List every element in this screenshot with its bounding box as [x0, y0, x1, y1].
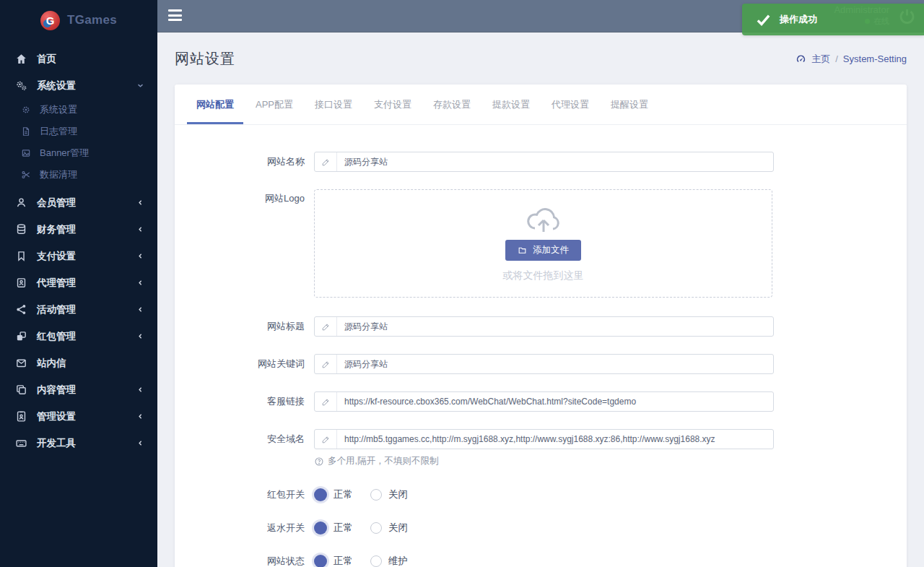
tab-payment-settings[interactable]: 支付设置	[365, 85, 421, 124]
sidebar-item-system-settings-group[interactable]: 系统设置	[0, 72, 157, 99]
sidebar-item-label: 支付设置	[37, 250, 136, 263]
radio-option-closed[interactable]: 关闭	[370, 488, 408, 501]
radio-option-maintenance[interactable]: 维护	[370, 555, 408, 567]
radio-option-closed[interactable]: 关闭	[370, 521, 408, 534]
file-icon	[21, 126, 31, 137]
field-label: 安全域名	[175, 429, 314, 467]
site-name-input[interactable]	[337, 157, 773, 167]
chevron-left-icon	[136, 225, 144, 233]
sidebar-item-log-management[interactable]: 日志管理	[0, 121, 157, 142]
form-row-redpacket-switch: 红包开关 正常 关闭	[175, 485, 907, 505]
sidebar-item-red-packets[interactable]: 红包管理	[0, 323, 157, 350]
sidebar-item-system-settings[interactable]: 系统设置	[0, 99, 157, 121]
sidebar-item-content[interactable]: 内容管理	[0, 376, 157, 403]
chevron-left-icon	[136, 412, 144, 420]
sidebar-item-label: 代理管理	[37, 277, 136, 290]
radio-option-normal[interactable]: 正常	[314, 555, 353, 567]
form-row-service-link: 客服链接	[175, 391, 907, 412]
add-file-button[interactable]: 添加文件	[505, 240, 581, 261]
radio-selected-icon[interactable]	[314, 521, 327, 534]
user-icon	[15, 196, 27, 209]
site-config-form: 网站名称 网站Logo	[175, 125, 907, 567]
site-name-inputbox	[314, 152, 774, 172]
radio-unselected-icon[interactable]	[370, 489, 382, 501]
radio-label: 正常	[334, 555, 353, 567]
tab-api-settings[interactable]: 接口设置	[305, 85, 362, 124]
chevron-left-icon	[136, 252, 144, 260]
boxes-icon	[15, 330, 27, 342]
image-icon	[21, 148, 31, 158]
tab-app-config[interactable]: APP配置	[246, 85, 302, 124]
field-label: 网站标题	[175, 316, 314, 337]
home-icon	[15, 53, 27, 65]
drag-hint: 或将文件拖到这里	[503, 269, 584, 282]
sidebar-item-members[interactable]: 会员管理	[0, 189, 157, 216]
bookmark-icon	[15, 250, 27, 262]
sidebar-item-label: 数据清理	[40, 168, 77, 181]
sidebar-item-label: Banner管理	[40, 147, 89, 160]
radio-option-normal[interactable]: 正常	[314, 521, 353, 534]
rebate-switch-options: 正常 关闭	[314, 518, 774, 538]
radio-selected-icon[interactable]	[314, 488, 327, 501]
sidebar-item-admin-settings[interactable]: 管理设置	[0, 403, 157, 430]
pencil-icon	[315, 152, 337, 171]
sidebar-item-label: 活动管理	[37, 303, 136, 316]
tab-agent-settings[interactable]: 代理设置	[542, 85, 598, 124]
form-row-site-logo: 网站Logo 添加文件 或将文件拖到这里	[175, 189, 907, 298]
sidebar-item-banner-management[interactable]: Banner管理	[0, 142, 157, 164]
radio-label: 维护	[388, 555, 408, 567]
radio-label: 关闭	[388, 521, 408, 534]
sidebar-item-dev-tools[interactable]: 开发工具	[0, 430, 157, 456]
page-header: 网站设置 主页 / System-Setting	[157, 33, 924, 85]
check-icon	[756, 14, 771, 26]
tab-withdraw-settings[interactable]: 提款设置	[483, 85, 539, 124]
sidebar-item-label: 系统设置	[37, 79, 136, 92]
site-title-input[interactable]	[337, 321, 773, 332]
help-text: 多个用,隔开，不填则不限制	[328, 455, 438, 467]
field-label: 客服链接	[175, 391, 314, 412]
radio-selected-icon[interactable]	[314, 555, 327, 567]
share-icon	[15, 303, 27, 316]
sidebar-item-data-cleanup[interactable]: 数据清理	[0, 164, 157, 186]
sidebar-item-home[interactable]: 首页	[0, 46, 157, 72]
sidebar-menu: 首页 系统设置 系统设置 日志管理 Banner管理 数据清理	[0, 40, 157, 456]
page-title: 网站设置	[175, 49, 235, 69]
tab-reminder-settings[interactable]: 提醒设置	[601, 85, 658, 124]
sidebar-item-label: 财务管理	[37, 223, 136, 236]
sidebar-item-finance[interactable]: 财务管理	[0, 216, 157, 243]
sidebar-toggle-button[interactable]	[168, 9, 182, 21]
sidebar-item-site-mail[interactable]: 站内信	[0, 350, 157, 376]
site-keywords-input[interactable]	[337, 359, 773, 369]
sidebar-item-label: 开发工具	[37, 437, 136, 450]
secure-domains-input[interactable]	[337, 434, 773, 444]
radio-option-normal[interactable]: 正常	[314, 488, 353, 501]
sidebar-item-activities[interactable]: 活动管理	[0, 296, 157, 323]
radio-unselected-icon[interactable]	[370, 555, 382, 567]
brand-logo[interactable]: G TGames	[0, 0, 157, 40]
breadcrumb-current: System-Setting	[843, 53, 907, 64]
dashboard-icon	[796, 53, 806, 64]
redpacket-switch-options: 正常 关闭	[314, 485, 774, 505]
site-keywords-inputbox	[314, 354, 774, 374]
success-toast[interactable]: 操作成功	[742, 4, 924, 35]
service-link-input[interactable]	[337, 397, 773, 407]
sidebar-item-agents[interactable]: 代理管理	[0, 269, 157, 296]
logo-dropzone[interactable]: 添加文件 或将文件拖到这里	[314, 189, 772, 298]
tab-site-config[interactable]: 网站配置	[187, 85, 243, 124]
sidebar-item-payment-settings[interactable]: 支付设置	[0, 243, 157, 269]
pencil-icon	[315, 392, 337, 411]
chevron-left-icon	[136, 386, 144, 394]
breadcrumb: 主页 / System-Setting	[796, 53, 907, 66]
question-circle-icon	[314, 456, 324, 467]
breadcrumb-home[interactable]: 主页	[811, 53, 830, 66]
tab-deposit-settings[interactable]: 存款设置	[424, 85, 480, 124]
id-card-icon	[15, 277, 27, 289]
sidebar-item-label: 站内信	[37, 357, 144, 370]
toast-message: 操作成功	[780, 13, 817, 26]
keyboard-icon	[15, 437, 27, 449]
chevron-left-icon	[136, 199, 144, 207]
radio-unselected-icon[interactable]	[370, 522, 382, 534]
secure-domains-inputbox	[314, 429, 774, 449]
main-content: 网站设置 主页 / System-Setting 网站配置 APP配置 接口设置…	[157, 33, 924, 567]
field-label: 网站关键词	[175, 354, 314, 374]
